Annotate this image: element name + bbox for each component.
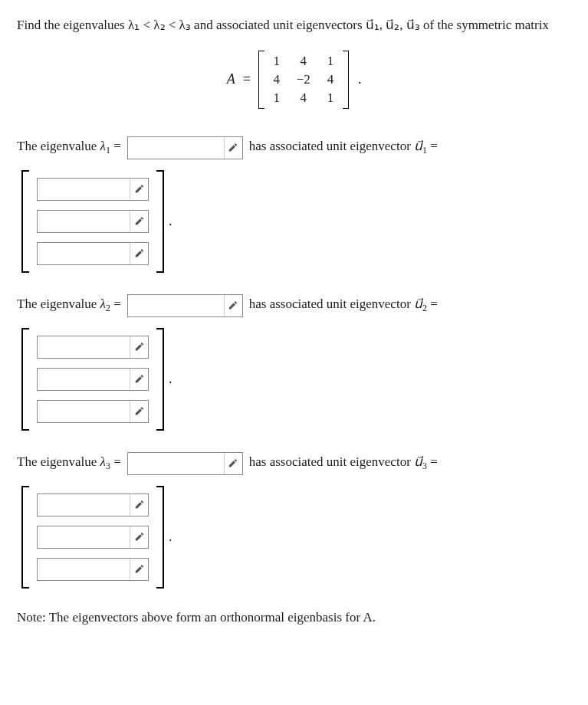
eigenvalue-label: The eigenvalue λ2 = [17, 297, 121, 314]
input-field[interactable] [38, 369, 130, 390]
pencil-dropdown-icon[interactable] [130, 369, 148, 390]
pencil-dropdown-icon[interactable] [130, 559, 148, 580]
bracket-right [156, 486, 164, 589]
label-post: has associated unit eigenvector [249, 139, 414, 153]
ueq-text: = [427, 139, 438, 153]
lambda-symbol: λ [100, 297, 106, 311]
bracket-right [156, 328, 164, 431]
eigenvalue-row-1: The eigenvalue λ1 = has associated unit … [17, 136, 571, 159]
ueq-text: = [427, 454, 438, 469]
eigenvector-block-2: . [21, 328, 571, 431]
uvec-symbol: u⃗ [414, 454, 422, 469]
pencil-dropdown-icon[interactable] [224, 137, 242, 159]
question-intro: Find the eigenvalues λ₁ < λ₂ < λ₃ and as… [17, 18, 549, 32]
vector-period: . [169, 371, 172, 387]
vector-input[interactable] [37, 368, 149, 391]
eq-text: = [110, 139, 121, 153]
pencil-dropdown-icon[interactable] [130, 243, 148, 264]
input-field[interactable] [128, 295, 224, 316]
matrix-cell: 1 [271, 54, 283, 69]
label-post: has associated unit eigenvector [249, 454, 414, 469]
equals-sign: = [243, 71, 251, 87]
eigenvector-label: has associated unit eigenvector u⃗3 = [249, 454, 438, 472]
matrix-display: A = 1 4 1 4 −2 4 1 4 1 . [17, 51, 571, 109]
uvec-symbol: u⃗ [414, 297, 422, 311]
eigenvector-block-1: . [21, 170, 571, 273]
vector-input[interactable] [37, 526, 149, 549]
eigenvalue-label: The eigenvalue λ3 = [17, 454, 121, 472]
label-pre: The eigenvalue [17, 297, 100, 311]
eigenvalue-row-3: The eigenvalue λ3 = has associated unit … [17, 452, 571, 475]
vector-period: . [169, 529, 172, 545]
pencil-dropdown-icon[interactable] [130, 336, 148, 358]
vector-input[interactable] [37, 336, 149, 359]
eigenvector-block-3: . [21, 486, 571, 589]
pencil-dropdown-icon[interactable] [130, 494, 148, 516]
eigenvalue-row-2: The eigenvalue λ2 = has associated unit … [17, 294, 571, 317]
label-pre: The eigenvalue [17, 454, 100, 469]
matrix-cell: 4 [271, 72, 283, 87]
label-post: has associated unit eigenvector [249, 297, 414, 311]
eq-text: = [110, 297, 121, 311]
eigenvector-label: has associated unit eigenvector u⃗1 = [249, 138, 438, 156]
matrix-cell: 1 [271, 90, 283, 106]
eq-text: = [110, 454, 121, 469]
bracket-left [21, 328, 29, 431]
matrix-label: A [227, 71, 235, 87]
label-pre: The eigenvalue [17, 139, 100, 153]
input-field[interactable] [38, 526, 130, 548]
matrix-cell: 4 [297, 90, 310, 106]
pencil-dropdown-icon[interactable] [130, 211, 148, 232]
matrix-cell: −2 [297, 72, 310, 87]
ueq-text: = [427, 297, 438, 311]
eigenvector-label: has associated unit eigenvector u⃗2 = [249, 296, 438, 314]
input-field[interactable] [128, 453, 224, 474]
pencil-dropdown-icon[interactable] [130, 526, 148, 548]
eigenvalue-input-1[interactable] [127, 136, 243, 159]
vector-input[interactable] [37, 178, 149, 201]
input-field[interactable] [38, 211, 130, 232]
matrix-body: 1 4 1 4 −2 4 1 4 1 [264, 51, 343, 109]
eigenvalue-label: The eigenvalue λ1 = [17, 139, 121, 156]
vector-period: . [169, 213, 172, 229]
bracket-left [258, 51, 264, 109]
pencil-dropdown-icon[interactable] [130, 179, 148, 200]
matrix-cell: 4 [324, 72, 337, 87]
vector-input[interactable] [37, 400, 149, 423]
lambda-symbol: λ [100, 454, 106, 469]
matrix-cell: 1 [324, 90, 337, 106]
question-text: Find the eigenvalues λ₁ < λ₂ < λ₃ and as… [17, 15, 571, 35]
uvec-symbol: u⃗ [414, 139, 422, 153]
bracket-right [343, 51, 349, 109]
bracket-left [21, 170, 29, 273]
matrix-cell: 4 [297, 54, 310, 69]
input-field[interactable] [38, 336, 130, 358]
pencil-dropdown-icon[interactable] [130, 401, 148, 422]
vector-input[interactable] [37, 494, 149, 516]
pencil-dropdown-icon[interactable] [224, 453, 242, 474]
note-text: Note: The eigenvectors above form an ort… [17, 610, 571, 625]
vector-column [29, 486, 156, 589]
input-field[interactable] [128, 137, 224, 159]
matrix-cell: 1 [324, 54, 337, 69]
vector-column [29, 328, 156, 431]
vector-input[interactable] [37, 242, 149, 265]
input-field[interactable] [38, 401, 130, 422]
input-field[interactable] [38, 179, 130, 200]
vector-input[interactable] [37, 210, 149, 233]
input-field[interactable] [38, 494, 130, 516]
bracket-left [21, 486, 29, 589]
input-field[interactable] [38, 243, 130, 264]
pencil-dropdown-icon[interactable] [224, 295, 242, 316]
matrix-period: . [358, 71, 362, 87]
lambda-symbol: λ [100, 139, 106, 153]
eigenvalue-input-3[interactable] [127, 452, 243, 475]
vector-column [29, 170, 156, 273]
input-field[interactable] [38, 559, 130, 580]
eigenvalue-input-2[interactable] [127, 294, 243, 317]
vector-input[interactable] [37, 558, 149, 581]
matrix-brackets: 1 4 1 4 −2 4 1 4 1 [258, 51, 349, 109]
bracket-right [156, 170, 164, 273]
